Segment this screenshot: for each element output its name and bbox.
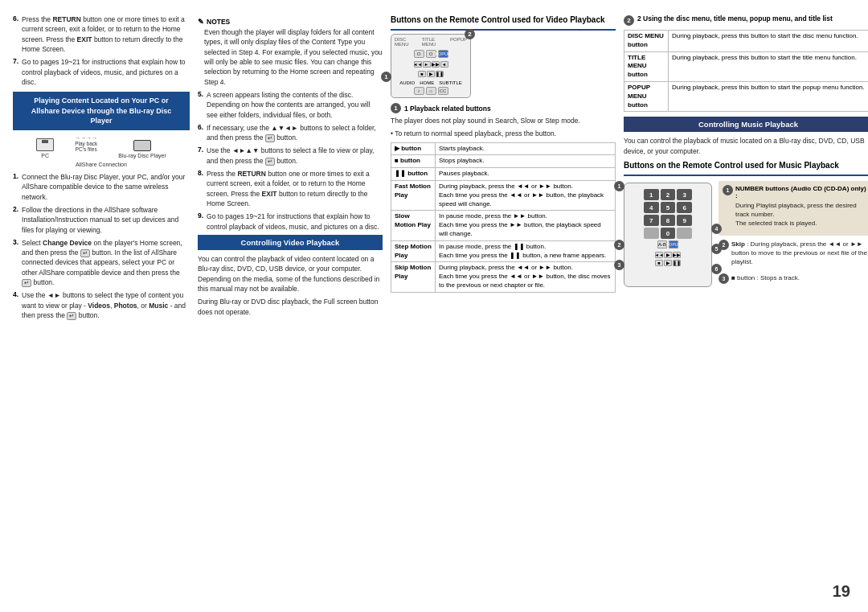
btn-5: 5 xyxy=(661,202,676,213)
notes-title: ✎ NOTES xyxy=(198,18,383,26)
ctrl-music-text: You can control the playback of music lo… xyxy=(624,136,868,156)
m-badge-1: 1 xyxy=(614,181,624,191)
play-fwd-btn: ► xyxy=(423,61,431,68)
badge-label-1: 1 xyxy=(391,103,401,113)
video-remote-image: DISC MENU TITLE MENU POPUP O O POPUP ◄◄ … xyxy=(391,34,471,98)
pc-icon xyxy=(36,138,54,151)
item-2: 2. Follow the directions in the AllShare… xyxy=(13,205,190,235)
num-grid: 1 2 3 4 5 6 7 8 9 0 xyxy=(644,189,692,239)
page-number: 19 xyxy=(833,582,850,601)
m-badge-2: 2 xyxy=(614,240,624,250)
col2-item-5: 5. A screen appears listing the contents… xyxy=(198,90,383,120)
notes-box: ✎ NOTES Even though the player will disp… xyxy=(198,18,383,87)
playback-return: • To return to normal speed playback, pr… xyxy=(391,129,616,138)
table-row-stop: ■ button Stops playback. xyxy=(391,155,616,168)
music-pause: ❚❚ xyxy=(673,260,681,266)
ctrl-video-note: During Blu-ray or DVD disc playback, the… xyxy=(198,297,383,317)
m-badge-6: 6 xyxy=(711,264,722,274)
col2-item-8: 8. Press the RETURN button one or more t… xyxy=(198,169,383,208)
enter-btn-icon5: ↵ xyxy=(265,158,275,166)
music-remote-header: Buttons on the Remote Control used for M… xyxy=(624,160,868,170)
btn-4: 4 xyxy=(644,202,659,213)
item-3: 3. Select Change Device on the player's … xyxy=(13,238,190,288)
table-row-step: Step Motion Play In pause mode, press th… xyxy=(391,240,616,262)
pause-btn: ❚❚ xyxy=(436,71,444,77)
playback-label-row: 1 1 Playback related buttons xyxy=(391,103,616,113)
annotation-block-3: 3 ■ button : Stops a track. xyxy=(719,273,868,285)
title-menu-row: TITLE MENU button During playback, press… xyxy=(624,51,869,81)
btn-8: 8 xyxy=(661,215,676,226)
badge-2: 2 xyxy=(465,29,475,39)
item-7-top: 7. Go to pages 19~21 for instructions th… xyxy=(13,57,190,87)
play-btn: ▶ xyxy=(427,71,435,77)
enter-btn-icon: ↵ xyxy=(80,249,90,257)
col2-item-9: 9. Go to pages 19~21 for instructions th… xyxy=(198,212,383,232)
item-1: 1. Connect the Blu-ray Disc Player, your… xyxy=(13,172,190,202)
divider-1 xyxy=(391,29,616,31)
small-btns: A-B POPUP xyxy=(657,240,678,248)
btn-2: 2 xyxy=(661,189,676,200)
video-remote-wrap: DISC MENU TITLE MENU POPUP O O POPUP ◄◄ … xyxy=(391,34,479,98)
disc-annotation-text: 2 Using the disc menu, title menu, popup… xyxy=(637,14,833,23)
home-btn: ⌂ xyxy=(426,87,436,95)
btn-1: 1 xyxy=(644,189,659,200)
disc-menu-row: DISC MENU button During playback, press … xyxy=(624,31,869,52)
music-annotations: 1 NUMBER buttons (Audio CD (CD-DA) only)… xyxy=(719,179,868,290)
btn-empty2 xyxy=(677,228,692,239)
next-btn: ▶▶ xyxy=(432,61,440,68)
m-badge-5: 5 xyxy=(711,244,722,254)
annotation-num-3: 3 xyxy=(719,273,729,284)
stop-btn: ■ xyxy=(418,71,426,77)
popup-menu-row: POPUP MENU button During playback, press… xyxy=(624,81,869,111)
column-2: ✎ NOTES Even though the player will disp… xyxy=(198,14,383,598)
popup-btn: POPUP xyxy=(438,50,448,58)
item-6-top: 6. Press the RETURN button one or more t… xyxy=(13,14,190,54)
divider-2 xyxy=(624,175,868,176)
playback-table: ▶ button Starts playback. ■ button Stops… xyxy=(391,142,616,293)
col2-item-6: 6. If necessary, use the ▲▼◄► buttons to… xyxy=(198,123,383,143)
table-row-skip: Skip Motion Play During playback, press … xyxy=(391,262,616,292)
btn-0: 0 xyxy=(661,228,676,239)
column-3: Buttons on the Remote Control used for V… xyxy=(391,14,616,598)
table-row-fast: Fast Motion Play During playback, press … xyxy=(391,181,616,211)
page-container: 6. Press the RETURN button one or more t… xyxy=(0,0,868,612)
subtitle-btn: CC xyxy=(438,87,448,95)
enter-btn-icon2: ↵ xyxy=(22,279,31,287)
m-badge-3: 3 xyxy=(614,260,624,270)
music-play: ▶ xyxy=(664,252,672,258)
ctrl-music-header: Controlling Music Playback xyxy=(624,117,868,132)
item-4: 4. Use the ◄► buttons to select the type… xyxy=(13,290,190,320)
notes-content: Even though the player will display fold… xyxy=(198,27,383,87)
video-remote-header: Buttons on the Remote Control used for V… xyxy=(391,14,616,25)
music-remote-wrap: 1 2 3 4 5 6 7 8 9 0 A xyxy=(624,179,712,290)
music-stop: ■ xyxy=(655,260,663,266)
playing-content-header: Playing Content Located on Your PC or Al… xyxy=(13,92,190,130)
audio-btn: ♪ xyxy=(414,87,424,95)
btn-7: 7 xyxy=(644,215,659,226)
enter-btn-icon4: ↵ xyxy=(265,134,275,142)
music-next: ▶▶ xyxy=(673,252,681,258)
music-section: 1 2 3 4 5 6 7 8 9 0 A xyxy=(624,179,868,290)
btn-3: 3 xyxy=(677,189,692,200)
playback-label-text: 1 Playback related buttons xyxy=(404,105,491,113)
prev-btn: ◄◄ xyxy=(414,61,422,68)
column-1: 6. Press the RETURN button one or more t… xyxy=(13,14,190,598)
column-4: 2 2 Using the disc menu, title menu, pop… xyxy=(624,14,868,598)
enter-btn-icon3: ↵ xyxy=(67,312,76,320)
allshare-diagram: PC →→→→ Play back PC's files Blu-ray Dis… xyxy=(13,135,190,168)
playback-note: The player does not play sound in Search… xyxy=(391,116,616,125)
btn-empty1 xyxy=(644,228,659,239)
music-playb: ▶ xyxy=(664,260,672,266)
sm-btn-popup: POPUP xyxy=(669,240,678,248)
bluray-icon xyxy=(133,140,151,151)
sm-btn-1: A-B xyxy=(657,240,667,248)
back-btn: ◄ xyxy=(440,61,448,68)
badge-1: 1 xyxy=(381,72,391,82)
controlling-video-header: Controlling Video Playback xyxy=(198,235,383,250)
annotation-block-1: 1 NUMBER buttons (Audio CD (CD-DA) only)… xyxy=(719,181,868,236)
disc-menu-btn: O xyxy=(414,50,424,58)
table-row-play: ▶ button Starts playback. xyxy=(391,142,616,155)
btn-6: 6 xyxy=(677,202,692,213)
table-row-slow: Slow Motion Play In pause mode, press th… xyxy=(391,211,616,240)
btn-9: 9 xyxy=(677,215,692,226)
